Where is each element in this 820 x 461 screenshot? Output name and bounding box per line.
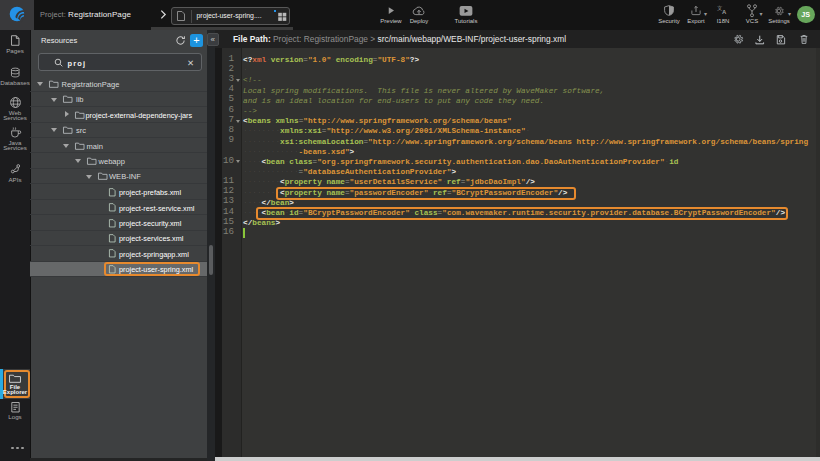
- svg-text:A: A: [722, 9, 727, 15]
